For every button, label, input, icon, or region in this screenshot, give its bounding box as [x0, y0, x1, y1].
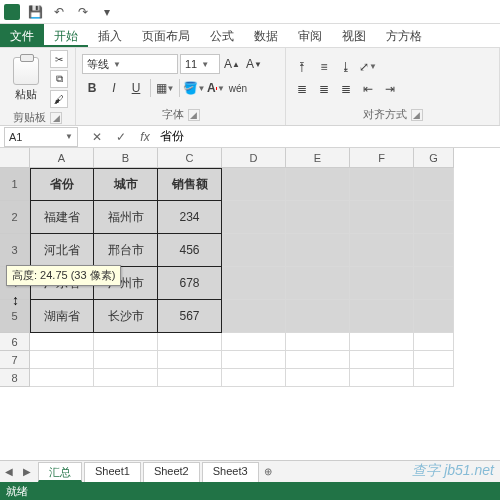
align-left-icon[interactable]: ≣ [292, 79, 312, 99]
cell[interactable]: 邢台市 [94, 234, 158, 267]
add-sheet-icon[interactable]: ⊕ [260, 464, 276, 480]
col-header[interactable]: E [286, 148, 350, 168]
col-header[interactable]: B [94, 148, 158, 168]
sheet-nav-next-icon[interactable]: ▶ [19, 464, 35, 480]
fill-color-button[interactable]: 🪣▼ [184, 78, 204, 98]
phonetic-button[interactable]: wén [228, 78, 248, 98]
cell[interactable] [414, 351, 454, 369]
col-header[interactable]: A [30, 148, 94, 168]
align-bottom-icon[interactable]: ⭳ [336, 57, 356, 77]
undo-icon[interactable]: ↶ [50, 3, 68, 21]
cell[interactable] [94, 333, 158, 351]
clipboard-dialog-launcher[interactable]: ◢ [50, 112, 62, 124]
redo-icon[interactable]: ↷ [74, 3, 92, 21]
cell[interactable]: 福州市 [94, 201, 158, 234]
underline-button[interactable]: U [126, 78, 146, 98]
align-dialog-launcher[interactable]: ◢ [411, 109, 423, 121]
cell[interactable] [158, 351, 222, 369]
tab-home[interactable]: 开始 [44, 24, 88, 47]
font-color-button[interactable]: A▼ [206, 78, 226, 98]
paste-button[interactable]: 粘贴 [6, 57, 46, 102]
cell[interactable] [222, 333, 286, 351]
cell[interactable] [286, 351, 350, 369]
cell[interactable] [222, 201, 286, 234]
sheet-tab[interactable]: Sheet1 [84, 462, 141, 482]
cell[interactable] [222, 300, 286, 333]
tab-insert[interactable]: 插入 [88, 24, 132, 47]
align-center-icon[interactable]: ≣ [314, 79, 334, 99]
cell[interactable]: 长沙市 [94, 300, 158, 333]
cell[interactable] [94, 369, 158, 387]
row-header[interactable]: 7 [0, 351, 30, 369]
row-header[interactable]: 3 [0, 234, 30, 267]
cell[interactable] [222, 267, 286, 300]
cell[interactable] [286, 369, 350, 387]
cancel-formula-icon[interactable]: ✕ [88, 128, 106, 146]
cut-icon[interactable]: ✂ [50, 50, 68, 68]
cell[interactable] [286, 300, 350, 333]
bold-button[interactable]: B [82, 78, 102, 98]
cell[interactable] [158, 369, 222, 387]
cell[interactable] [414, 234, 454, 267]
cell[interactable] [414, 369, 454, 387]
tab-data[interactable]: 数据 [244, 24, 288, 47]
cell[interactable] [414, 267, 454, 300]
col-header[interactable]: G [414, 148, 454, 168]
align-top-icon[interactable]: ⭱ [292, 57, 312, 77]
cell[interactable]: 城市 [94, 168, 158, 201]
cell[interactable] [414, 300, 454, 333]
cell[interactable] [350, 369, 414, 387]
italic-button[interactable]: I [104, 78, 124, 98]
sheet-nav-prev-icon[interactable]: ◀ [1, 464, 17, 480]
cell[interactable] [350, 351, 414, 369]
sheet-tab[interactable]: Sheet3 [202, 462, 259, 482]
cell[interactable]: 456 [158, 234, 222, 267]
cell[interactable] [222, 369, 286, 387]
cell[interactable]: 省份 [30, 168, 94, 201]
cell[interactable] [286, 234, 350, 267]
tab-formula[interactable]: 公式 [200, 24, 244, 47]
cell[interactable] [350, 300, 414, 333]
cell[interactable]: 湖南省 [30, 300, 94, 333]
tab-view[interactable]: 视图 [332, 24, 376, 47]
row-header[interactable]: 1 [0, 168, 30, 201]
cell[interactable] [414, 201, 454, 234]
cell[interactable] [414, 333, 454, 351]
cell[interactable] [30, 333, 94, 351]
save-icon[interactable]: 💾 [26, 3, 44, 21]
tab-file[interactable]: 文件 [0, 24, 44, 47]
cell[interactable]: 福建省 [30, 201, 94, 234]
font-dialog-launcher[interactable]: ◢ [188, 109, 200, 121]
align-right-icon[interactable]: ≣ [336, 79, 356, 99]
tab-dev[interactable]: 方方格 [376, 24, 432, 47]
increase-indent-icon[interactable]: ⇥ [380, 79, 400, 99]
cell[interactable]: 678 [158, 267, 222, 300]
cell[interactable] [222, 168, 286, 201]
row-header[interactable]: 2 [0, 201, 30, 234]
sheet-tab[interactable]: Sheet2 [143, 462, 200, 482]
cell[interactable] [30, 351, 94, 369]
cell[interactable] [350, 333, 414, 351]
cell[interactable] [222, 351, 286, 369]
cell[interactable] [350, 168, 414, 201]
decrease-indent-icon[interactable]: ⇤ [358, 79, 378, 99]
worksheet-grid[interactable]: A B C D E F G 1 省份 城市 销售额 2 福建省 福州市 234 … [0, 148, 500, 387]
cell[interactable] [30, 369, 94, 387]
row-header[interactable]: 8 [0, 369, 30, 387]
cell[interactable] [414, 168, 454, 201]
cell[interactable] [286, 333, 350, 351]
font-name-combo[interactable]: 等线▼ [82, 54, 178, 74]
copy-icon[interactable]: ⧉ [50, 70, 68, 88]
borders-button[interactable]: ▦▼ [155, 78, 175, 98]
cell[interactable] [94, 351, 158, 369]
col-header[interactable]: F [350, 148, 414, 168]
cell[interactable] [350, 201, 414, 234]
cell[interactable] [286, 168, 350, 201]
shrink-font-icon[interactable]: A▼ [244, 54, 264, 74]
confirm-formula-icon[interactable]: ✓ [112, 128, 130, 146]
row-header[interactable]: 6 [0, 333, 30, 351]
sheet-tab-active[interactable]: 汇总 [38, 462, 82, 482]
col-header[interactable]: D [222, 148, 286, 168]
cell[interactable] [350, 267, 414, 300]
tab-layout[interactable]: 页面布局 [132, 24, 200, 47]
